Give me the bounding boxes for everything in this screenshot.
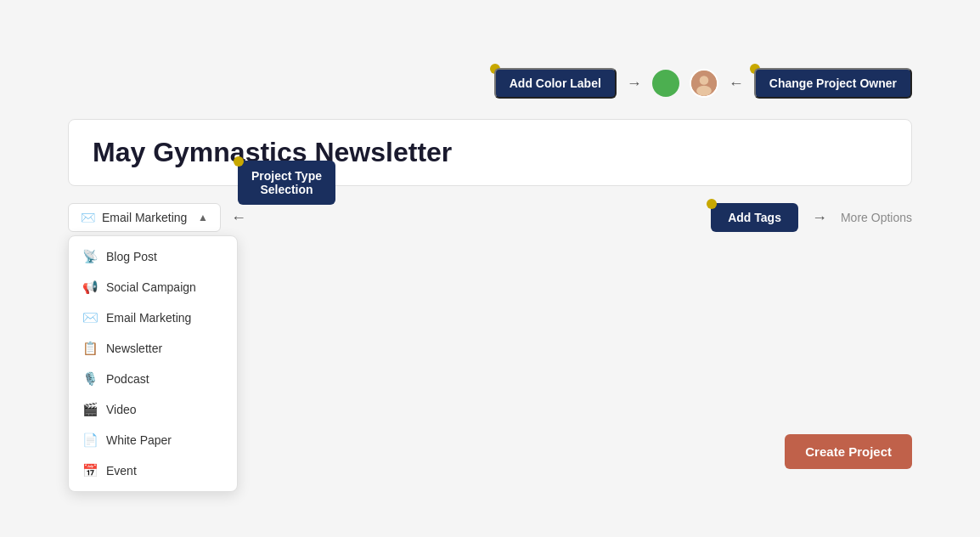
newsletter-icon: 📋 [82,341,98,356]
project-type-dropdown[interactable]: ✉️ Email Marketing ▲ [68,203,221,232]
change-project-owner-wrapper: Change Project Owner [754,68,912,99]
dropdown-item-newsletter[interactable]: 📋 Newsletter [69,333,237,364]
change-project-owner-button[interactable]: Change Project Owner [754,68,912,99]
video-icon: 🎬 [82,402,98,417]
controls-left: ✉️ Email Marketing ▲ ← Project TypeSelec… [68,203,246,232]
more-options-text: More Options [841,211,912,224]
dropdown-item-event[interactable]: 📅 Event [69,455,237,486]
add-tags-label: Add Tags [728,211,781,224]
dropdown-selected-label: Email Marketing [102,211,187,224]
dropdown-item-label: Event [106,464,137,478]
add-color-label-button[interactable]: Add Color Label [494,68,617,99]
svg-point-1 [700,76,709,85]
chevron-down-icon: ▲ [198,212,208,223]
add-color-label-wrapper: Add Color Label [494,68,617,99]
controls-row: ✉️ Email Marketing ▲ ← Project TypeSelec… [68,203,912,232]
color-circle[interactable] [652,70,679,97]
dropdown-item-white-paper[interactable]: 📄 White Paper [69,425,237,455]
project-name-text: May Gymnastics Newsletter [93,137,887,168]
project-type-tooltip-text: Project TypeSelection [251,169,322,196]
toolbar-area: Add Color Label → ← Change Project Owner [68,51,912,99]
create-project-button[interactable]: Create Project [785,434,912,469]
project-type-tooltip: Project TypeSelection [238,161,335,205]
white-paper-icon: 📄 [82,432,98,448]
podcast-icon: 🎙️ [82,371,98,387]
add-tags-dot [707,199,717,209]
project-type-dot [234,156,244,167]
dropdown-item-label: Newsletter [106,342,162,355]
avatar[interactable] [690,69,718,98]
arrow-left-icon: ← [729,75,744,93]
social-campaign-icon: 📢 [82,280,98,295]
dropdown-item-social-campaign[interactable]: 📢 Social Campaign [69,272,237,302]
arrow-left-2-icon: ← [231,209,246,227]
dropdown-item-podcast[interactable]: 🎙️ Podcast [69,364,237,394]
blog-post-icon: 📡 [82,249,98,264]
svg-point-2 [696,86,712,96]
email-marketing-icon: ✉️ [82,310,98,325]
dropdown-item-blog-post[interactable]: 📡 Blog Post [69,241,237,272]
add-tags-button[interactable]: Add Tags [711,203,798,232]
dropdown-item-label: Blog Post [106,250,157,263]
project-type-dropdown-menu: 📡 Blog Post 📢 Social Campaign ✉️ Email M… [68,235,238,492]
arrow-right-icon: → [627,75,642,93]
dropdown-item-label: Email Marketing [106,311,191,325]
arrow-right-2-icon: → [812,209,827,227]
dropdown-item-label: Podcast [106,372,149,386]
dropdown-item-label: Video [106,403,137,416]
email-icon: ✉️ [81,211,95,224]
controls-right: Add Tags → More Options [711,203,912,232]
dropdown-item-label: White Paper [106,433,172,447]
project-name-card: May Gymnastics Newsletter [68,119,912,186]
dropdown-item-label: Social Campaign [106,280,196,294]
event-icon: 📅 [82,463,98,478]
dropdown-item-email-marketing[interactable]: ✉️ Email Marketing [69,302,237,333]
dropdown-item-video[interactable]: 🎬 Video [69,394,237,425]
